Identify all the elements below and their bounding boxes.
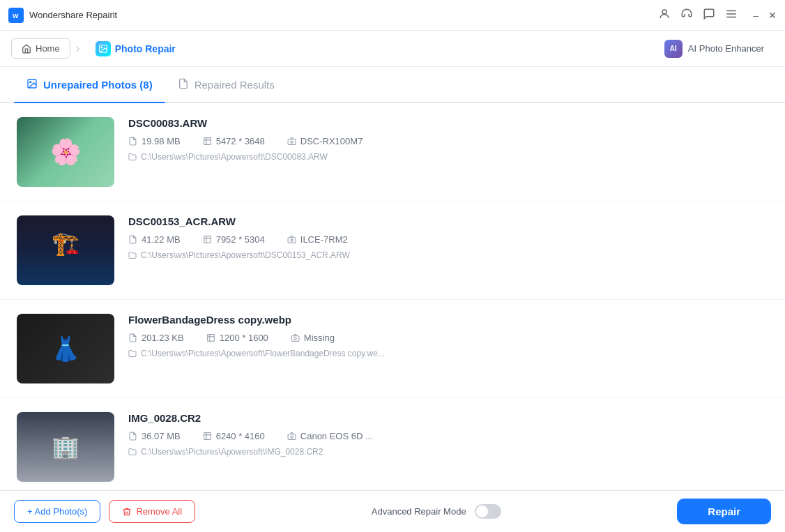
chat-icon[interactable] bbox=[703, 8, 715, 23]
svg-point-12 bbox=[291, 141, 293, 143]
photo-meta-row-1: 19.98 MB 5472 * 3648 DSC-RX100M7 bbox=[128, 136, 768, 146]
photo-dimensions-1: 5472 * 3648 bbox=[203, 136, 265, 146]
bottom-left: + Add Photo(s) Remove All bbox=[14, 500, 195, 523]
photo-size-1: 19.98 MB bbox=[128, 136, 181, 146]
svg-point-2 bbox=[662, 10, 666, 14]
photo-thumbnail-3 bbox=[17, 314, 114, 383]
photo-info-3: FlowerBandageDress copy.webp 201.23 KB 1… bbox=[128, 314, 768, 358]
photo-info-4: IMG_0028.CR2 36.07 MB 6240 * 4160 Canon … bbox=[128, 412, 768, 457]
app-icon: W bbox=[8, 8, 24, 23]
title-bar: W Wondershare Repairit – ✕ bbox=[0, 0, 785, 31]
photo-repair-nav[interactable]: Photo Repair bbox=[86, 37, 185, 61]
svg-point-7 bbox=[101, 47, 102, 48]
photo-name-2: DSC00153_ACR.ARW bbox=[128, 215, 768, 227]
nav-separator: › bbox=[76, 41, 80, 56]
svg-point-21 bbox=[291, 436, 293, 438]
advanced-mode-section: Advanced Repair Mode bbox=[372, 504, 501, 519]
photo-meta-row-3: 201.23 KB 1200 * 1600 Missing bbox=[128, 333, 768, 343]
photo-repair-icon bbox=[96, 41, 111, 56]
photo-info-2: DSC00153_ACR.ARW 41.22 MB 7952 * 5304 IL… bbox=[128, 215, 768, 260]
headset-icon[interactable] bbox=[680, 8, 693, 23]
ai-enhancer-label: AI Photo Enhancer bbox=[688, 43, 764, 54]
photo-size-3: 201.23 KB bbox=[128, 333, 184, 343]
photo-dimensions-4: 6240 * 4160 bbox=[203, 431, 265, 441]
photo-path-1: C:\Users\ws\Pictures\Apowersoft\DSC00083… bbox=[128, 152, 768, 162]
photo-item: DSC00083.ARW 19.98 MB 5472 * 3648 DSC-RX… bbox=[0, 103, 785, 202]
svg-rect-14 bbox=[288, 238, 296, 243]
add-photos-label: + Add Photo(s) bbox=[27, 506, 87, 517]
svg-rect-17 bbox=[291, 336, 299, 342]
account-icon[interactable] bbox=[658, 8, 671, 23]
bottom-bar: + Add Photo(s) Remove All Advanced Repai… bbox=[0, 490, 785, 532]
photo-info-1: DSC00083.ARW 19.98 MB 5472 * 3648 DSC-RX… bbox=[128, 117, 768, 162]
tab-unrepaired[interactable]: Unrepaired Photos (8) bbox=[14, 67, 165, 102]
svg-point-15 bbox=[291, 239, 293, 241]
photo-path-3: C:\Users\ws\Pictures\Apowersoft\FlowerBa… bbox=[128, 349, 768, 358]
photo-list: DSC00083.ARW 19.98 MB 5472 * 3648 DSC-RX… bbox=[0, 103, 785, 490]
photo-thumbnail-1 bbox=[17, 117, 114, 187]
photo-path-4: C:\Users\ws\Pictures\Apowersoft\IMG_0028… bbox=[128, 447, 768, 457]
photo-camera-4: Canon EOS 6D ... bbox=[287, 431, 373, 441]
remove-all-button[interactable]: Remove All bbox=[109, 500, 195, 523]
trash-icon bbox=[122, 507, 132, 517]
repaired-tab-icon bbox=[178, 78, 189, 91]
photo-path-2: C:\Users\ws\Pictures\Apowersoft\DSC00153… bbox=[128, 250, 768, 260]
ai-enhancer-button[interactable]: AI AI Photo Enhancer bbox=[655, 36, 774, 62]
remove-all-label: Remove All bbox=[136, 506, 182, 517]
photo-item: FlowerBandageDress copy.webp 201.23 KB 1… bbox=[0, 300, 785, 398]
svg-text:W: W bbox=[13, 13, 19, 20]
photo-name-1: DSC00083.ARW bbox=[128, 117, 768, 129]
app-name: Wondershare Repairit bbox=[29, 10, 117, 20]
title-bar-right: – ✕ bbox=[658, 8, 777, 23]
photo-item: IMG_0028.CR2 36.07 MB 6240 * 4160 Canon … bbox=[0, 398, 785, 490]
close-button[interactable]: ✕ bbox=[768, 10, 777, 20]
photo-name-4: IMG_0028.CR2 bbox=[128, 412, 768, 424]
svg-point-18 bbox=[294, 337, 296, 340]
nav-bar: Home › Photo Repair AI AI Photo Enhancer bbox=[0, 31, 785, 67]
photo-thumbnail-4 bbox=[17, 412, 114, 482]
minimize-button[interactable]: – bbox=[753, 10, 759, 20]
advanced-mode-toggle[interactable] bbox=[475, 504, 501, 519]
photo-size-2: 41.22 MB bbox=[128, 234, 181, 245]
photo-size-4: 36.07 MB bbox=[128, 431, 181, 441]
photo-thumbnail-2 bbox=[17, 215, 114, 285]
window-controls: – ✕ bbox=[753, 10, 777, 20]
photo-camera-3: Missing bbox=[291, 333, 335, 343]
photo-name-3: FlowerBandageDress copy.webp bbox=[128, 314, 768, 326]
svg-rect-11 bbox=[288, 139, 296, 145]
unrepaired-tab-icon bbox=[26, 78, 38, 91]
nav-left: Home › Photo Repair bbox=[11, 37, 185, 61]
unrepaired-tab-label: Unrepaired Photos (8) bbox=[43, 79, 153, 91]
home-label: Home bbox=[36, 43, 60, 54]
repair-button[interactable]: Repair bbox=[677, 499, 771, 524]
photo-meta-row-4: 36.07 MB 6240 * 4160 Canon EOS 6D ... bbox=[128, 431, 768, 441]
photo-meta-row-2: 41.22 MB 7952 * 5304 ILCE-7RM2 bbox=[128, 234, 768, 245]
svg-rect-19 bbox=[204, 433, 211, 440]
repair-label: Repair bbox=[708, 506, 740, 517]
svg-rect-20 bbox=[288, 434, 296, 440]
repaired-tab-label: Repaired Results bbox=[195, 79, 275, 91]
svg-rect-10 bbox=[204, 138, 211, 145]
advanced-mode-label: Advanced Repair Mode bbox=[372, 506, 466, 517]
menu-icon[interactable] bbox=[725, 8, 738, 23]
title-bar-left: W Wondershare Repairit bbox=[8, 8, 117, 23]
photo-dimensions-3: 1200 * 1600 bbox=[206, 333, 268, 343]
add-photos-button[interactable]: + Add Photo(s) bbox=[14, 500, 100, 523]
photo-item: DSC00153_ACR.ARW 41.22 MB 7952 * 5304 IL… bbox=[0, 202, 785, 300]
home-button[interactable]: Home bbox=[11, 38, 70, 59]
ai-icon: AI bbox=[664, 40, 683, 58]
tab-repaired[interactable]: Repaired Results bbox=[165, 67, 287, 102]
photo-repair-label: Photo Repair bbox=[115, 43, 176, 54]
svg-point-9 bbox=[30, 81, 31, 82]
svg-rect-16 bbox=[207, 335, 214, 342]
tabs-bar: Unrepaired Photos (8) Repaired Results bbox=[0, 67, 785, 103]
photo-camera-2: ILCE-7RM2 bbox=[287, 234, 348, 245]
photo-camera-1: DSC-RX100M7 bbox=[287, 136, 363, 146]
photo-dimensions-2: 7952 * 5304 bbox=[203, 234, 265, 245]
svg-rect-13 bbox=[204, 236, 211, 243]
